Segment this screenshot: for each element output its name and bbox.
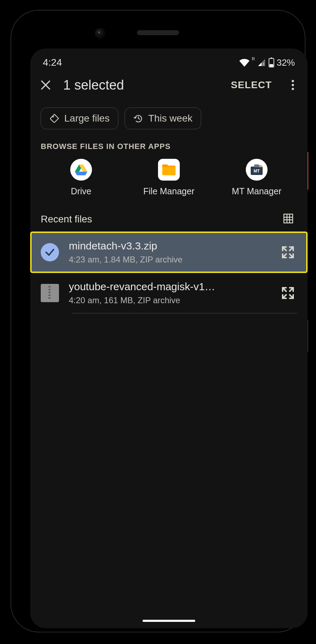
browse-section-label: BROWSE FILES IN OTHER APPS: [30, 138, 308, 159]
file-name: mindetach-v3.3.zip: [69, 240, 269, 252]
filter-chips: Large files This week: [30, 100, 308, 138]
other-apps-row: Drive File Manager MT MT Manager: [30, 159, 308, 205]
file-name: youtube-revanced-magisk-v1…: [69, 281, 269, 293]
tag-icon: [50, 113, 59, 123]
signal-icon: !: [257, 58, 266, 67]
file-meta: 4:23 am, 1.84 MB, ZIP archive: [69, 255, 269, 265]
file-row-selected[interactable]: mindetach-v3.3.zip 4:23 am, 1.84 MB, ZIP…: [30, 232, 308, 273]
chip-label: This week: [148, 113, 192, 124]
close-button[interactable]: [38, 77, 53, 93]
recent-header: Recent files: [30, 205, 308, 232]
fullscreen-icon: [281, 286, 295, 300]
battery-icon: [268, 58, 275, 67]
status-time: 4:24: [43, 57, 62, 68]
app-label: MT Manager: [232, 186, 281, 196]
file-meta: 4:20 am, 161 MB, ZIP archive: [69, 295, 269, 305]
app-label: File Manager: [143, 186, 195, 196]
app-bar: 1 selected SELECT: [30, 72, 308, 100]
grid-view-button[interactable]: [283, 213, 295, 225]
selected-check-icon: [41, 243, 59, 261]
screen: 4:24 R ! 32% 1 selected SELECT Large fil: [30, 48, 308, 628]
file-text: youtube-revanced-magisk-v1… 4:20 am, 161…: [69, 281, 269, 305]
device-camera: [95, 28, 105, 39]
svg-rect-11: [162, 165, 176, 175]
svg-point-7: [52, 116, 54, 117]
svg-rect-16: [284, 214, 293, 223]
select-button[interactable]: SELECT: [227, 79, 276, 91]
svg-rect-13: [254, 164, 259, 167]
close-icon: [40, 79, 52, 91]
phone-frame: 4:24 R ! 32% 1 selected SELECT Large fil: [11, 10, 305, 632]
chip-this-week[interactable]: This week: [125, 108, 201, 129]
home-indicator[interactable]: [143, 620, 195, 622]
appbar-title: 1 selected: [63, 78, 217, 93]
svg-point-4: [292, 80, 294, 83]
svg-rect-15: [259, 165, 262, 167]
zip-file-icon: [41, 284, 59, 302]
fullscreen-icon: [281, 245, 295, 259]
file-list: mindetach-v3.3.zip 4:23 am, 1.84 MB, ZIP…: [30, 232, 308, 313]
file-text: mindetach-v3.3.zip 4:23 am, 1.84 MB, ZIP…: [69, 240, 269, 265]
more-vert-icon: [291, 80, 294, 90]
app-file-manager[interactable]: File Manager: [134, 159, 204, 196]
divider: [72, 313, 297, 313]
recent-title: Recent files: [41, 214, 92, 225]
svg-text:!: !: [263, 62, 264, 67]
device-speaker: [137, 30, 179, 35]
chip-large-files[interactable]: Large files: [41, 108, 118, 129]
expand-button[interactable]: [279, 284, 297, 302]
svg-rect-2: [271, 58, 272, 59]
file-manager-icon: [158, 159, 180, 181]
status-bar: 4:24 R ! 32%: [30, 48, 308, 72]
app-drive[interactable]: Drive: [46, 159, 116, 196]
app-mt-manager[interactable]: MT MT Manager: [222, 159, 292, 196]
svg-point-6: [292, 88, 294, 90]
history-icon: [133, 113, 143, 123]
svg-marker-10: [75, 172, 87, 175]
battery-percent: 32%: [277, 57, 295, 68]
wifi-icon: [239, 58, 250, 67]
chip-label: Large files: [64, 113, 110, 124]
svg-point-5: [292, 84, 294, 86]
mt-manager-icon: MT: [246, 159, 268, 181]
drive-icon: [70, 159, 92, 181]
overflow-menu-button[interactable]: [286, 77, 300, 93]
file-row[interactable]: youtube-revanced-magisk-v1… 4:20 am, 161…: [30, 273, 308, 313]
expand-button[interactable]: [279, 243, 297, 261]
svg-rect-3: [270, 64, 274, 67]
grid-icon: [283, 213, 294, 224]
status-right: R ! 32%: [239, 57, 295, 68]
roaming-label: R: [252, 57, 255, 61]
app-label: Drive: [71, 186, 91, 196]
svg-text:MT: MT: [254, 169, 260, 174]
